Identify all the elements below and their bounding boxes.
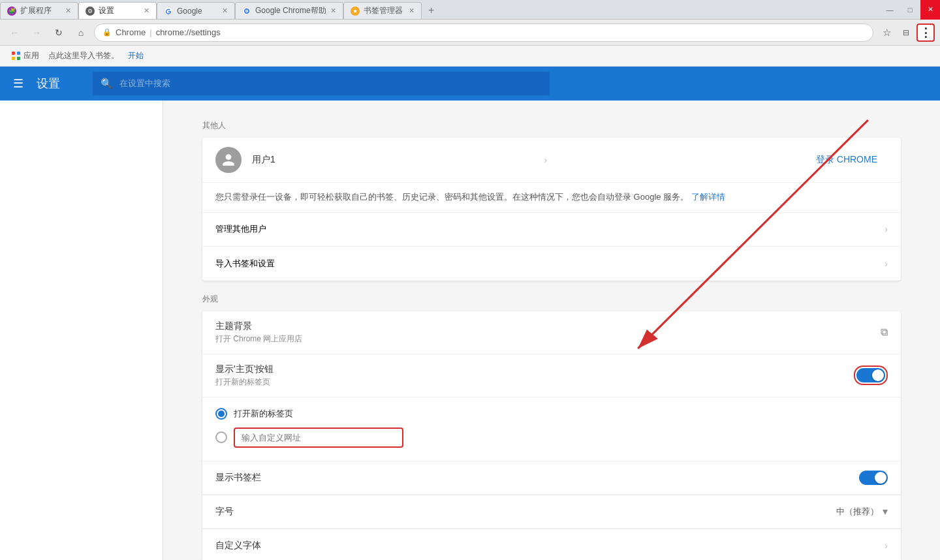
content-wrapper: 其他人 用户1 › 登录 CHROME 您只需登录任一设备，即可轻松获取自己的书… [0,101,940,560]
tab-settings[interactable]: ⚙ 设置 ✕ [78,2,157,19]
google-icon [164,7,173,16]
theme-control: ⧉ [881,326,888,338]
font-size-label-group: 字号 [215,506,836,518]
tab-extensions-close[interactable]: ✕ [65,7,71,15]
custom-font-label: 自定义字体 [215,540,885,552]
main-content: 其他人 用户1 › 登录 CHROME 您只需登录任一设备，即可轻松获取自己的书… [163,101,940,560]
radio-section: 打开新的标签页 [202,397,901,461]
username: 用户1 [252,154,275,166]
tab-bookmarks-close[interactable]: ✕ [409,7,415,15]
tab-chrome-help[interactable]: Google Chrome帮助 ✕ [235,2,343,19]
signin-link[interactable]: 登录 CHROME [816,154,877,166]
svg-point-2 [246,10,247,12]
radio-row-2[interactable] [215,424,888,452]
new-tab-button[interactable]: + [422,2,441,19]
zoom-button[interactable]: ⊟ [897,23,915,42]
settings-search[interactable]: 🔍 在设置中搜索 [93,72,550,95]
tab-bookmarks[interactable]: ★ 书签管理器 ✕ [343,2,422,19]
radio-row-1[interactable]: 打开新的标签页 [215,404,888,424]
lock-icon: 🔒 [102,28,112,37]
maximize-button[interactable]: □ [900,0,920,20]
learn-more-link[interactable]: 了解详情 [691,192,725,202]
minimize-button[interactable]: — [880,0,900,20]
custom-url-input[interactable] [234,428,403,448]
url-text: chrome://settings [156,27,221,37]
manage-users-arrow: › [885,224,888,234]
brand-name: Chrome [116,27,146,37]
settings-header: ☰ 设置 🔍 在设置中搜索 [0,67,940,101]
tab-bookmarks-label: 书签管理器 [364,5,403,16]
toolbar-icons: ☆ ⊟ ⋮ [877,23,935,42]
bookmarks-bar-row: 显示书签栏 [202,461,901,495]
appearance-card: 主题背景 打开 Chrome 网上应用店 ⧉ 显示'主页'按钮 打开新的标签页 [202,311,901,560]
import-label: 点此这里导入书签。 [48,50,119,61]
chrome-help-icon [242,7,251,16]
bookmark-icon: ★ [351,7,360,16]
others-card: 用户1 › 登录 CHROME 您只需登录任一设备，即可轻松获取自己的书签、历史… [202,138,901,281]
homepage-toggle-wrapper [854,366,888,385]
window-controls: — □ ✕ [880,0,940,19]
tab-google-label: Google [177,7,202,16]
import-row[interactable]: 导入书签和设置 › [202,247,901,281]
font-size-row[interactable]: 字号 中（推荐） ▾ [202,495,901,529]
font-size-control[interactable]: 中（推荐） ▾ [836,505,888,518]
bookmarks-bar-toggle[interactable] [859,471,888,485]
radio-newtab-label: 打开新的标签页 [234,408,293,420]
titlebar: 🧩 扩展程序 ✕ ⚙ 设置 ✕ Google ✕ Google Chrome帮助… [0,0,940,20]
addressbar: ← → ↻ ⌂ 🔒 Chrome | chrome://settings ☆ ⊟… [0,20,940,46]
section-label-others: 其他人 [202,120,901,131]
address-bar[interactable]: 🔒 Chrome | chrome://settings [94,23,873,42]
settings-icon: ⚙ [86,7,95,16]
apps-icon [12,52,21,61]
menu-button[interactable]: ⋮ [916,23,935,42]
manage-users-label: 管理其他用户 [215,223,266,235]
theme-row[interactable]: 主题背景 打开 Chrome 网上应用店 ⧉ [202,311,901,354]
search-icon: 🔍 [101,78,113,89]
apps-label: 应用 [24,50,39,61]
font-size-dropdown[interactable]: 中（推荐） ▾ [836,505,888,518]
sidebar [0,101,163,560]
tab-list: 🧩 扩展程序 ✕ ⚙ 设置 ✕ Google ✕ Google Chrome帮助… [0,0,880,19]
manage-users-row[interactable]: 管理其他用户 › [202,213,901,247]
homepage-toggle-knob [872,369,884,381]
start-link[interactable]: 开始 [124,49,148,63]
radio-custom[interactable] [215,431,227,443]
font-size-dropdown-arrow: ▾ [883,505,888,518]
tab-google-close[interactable]: ✕ [222,7,228,15]
user-row-arrow: › [544,155,548,165]
bookmarks-bar-toggle-knob [875,472,886,484]
import-arrow: › [885,258,888,269]
bookmarks-toggle-control [859,471,888,485]
user-row[interactable]: 用户1 › 登录 CHROME [202,138,901,183]
back-button[interactable]: ← [5,23,24,42]
custom-font-label-group: 自定义字体 [215,540,885,552]
hamburger-icon[interactable]: ☰ [13,76,24,91]
custom-font-row[interactable]: 自定义字体 › [202,529,901,560]
theme-link-icon[interactable]: ⧉ [881,326,888,338]
user-description: 您只需登录任一设备，即可轻松获取自己的书签、历史记录、密码和其他设置。在这种情况… [202,183,901,213]
homepage-label-group: 显示'主页'按钮 打开新的标签页 [215,364,854,388]
theme-main-label: 主题背景 [215,320,881,332]
reload-button[interactable]: ↻ [50,23,68,42]
home-button[interactable]: ⌂ [72,23,90,42]
tab-extensions-label: 扩展程序 [20,5,52,16]
tab-google[interactable]: Google ✕ [157,2,235,19]
tab-chrome-help-close[interactable]: ✕ [330,7,336,15]
star-button[interactable]: ☆ [877,23,896,42]
homepage-main-label: 显示'主页'按钮 [215,364,854,375]
bookmarks-bar-label: 显示书签栏 [215,472,859,484]
search-placeholder: 在设置中搜索 [119,78,170,89]
forward-button[interactable]: → [27,23,46,42]
tab-settings-close[interactable]: ✕ [144,7,149,15]
section-label-appearance: 外观 [202,294,901,305]
homepage-toggle[interactable] [856,368,885,382]
theme-label-group: 主题背景 打开 Chrome 网上应用店 [215,320,881,345]
close-button[interactable]: ✕ [920,0,940,20]
tab-extensions[interactable]: 🧩 扩展程序 ✕ [0,2,78,19]
radio-newtab[interactable] [215,408,227,420]
custom-font-arrow: › [885,540,888,551]
apps-button[interactable]: 应用 [8,49,43,63]
theme-sub-label: 打开 Chrome 网上应用店 [215,334,881,345]
avatar [215,147,242,173]
homepage-row: 显示'主页'按钮 打开新的标签页 [202,354,901,397]
